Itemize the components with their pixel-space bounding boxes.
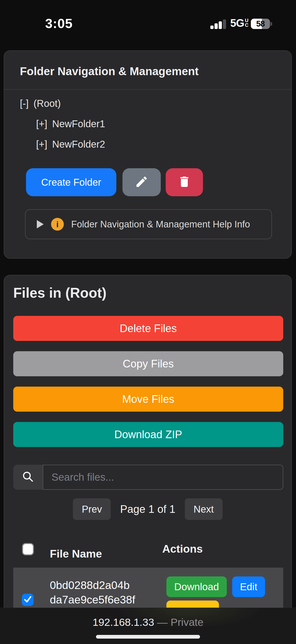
pencil-icon: [135, 175, 148, 190]
address-bar[interactable]: 192.168.1.33 — Private: [0, 616, 296, 628]
file-search-bar: [13, 465, 283, 490]
battery-icon: 58: [251, 19, 270, 29]
status-time: 3:05: [37, 16, 81, 31]
tree-folder-label[interactable]: NewFolder2: [52, 139, 105, 150]
files-card: Files in (Root) Delete Files Copy Files …: [4, 275, 292, 614]
tree-toggle-collapse[interactable]: [-]: [20, 98, 29, 109]
network-type-indicator: 5G U C: [230, 18, 248, 28]
url-text: 192.168.1.33: [92, 616, 154, 628]
checkmark-icon: [23, 594, 33, 605]
edit-file-button[interactable]: Edit: [232, 576, 265, 597]
folder-actions-row: Create Folder: [4, 168, 291, 196]
trash-icon: [177, 175, 191, 190]
download-file-button[interactable]: Download: [166, 576, 227, 597]
cellular-signal-icon: [210, 19, 226, 29]
download-zip-button[interactable]: Download ZIP: [13, 422, 283, 447]
actions-column-header: Actions: [162, 542, 203, 555]
tree-toggle-expand[interactable]: [+]: [36, 118, 47, 130]
file-name-cell: 0bd0288d2a04b da7ae9ce5f6e38f: [50, 578, 135, 607]
search-icon: [21, 470, 35, 484]
search-button[interactable]: [13, 465, 43, 490]
tree-toggle-expand[interactable]: [+]: [36, 139, 47, 150]
tree-item-newfolder1[interactable]: [+] NewFolder1: [36, 118, 105, 130]
card-divider: [4, 89, 291, 90]
create-folder-button[interactable]: Create Folder: [26, 168, 116, 196]
battery-nub: [271, 22, 272, 26]
delete-folder-button[interactable]: [166, 168, 203, 196]
tree-folder-label[interactable]: NewFolder1: [52, 118, 105, 130]
delete-files-button[interactable]: Delete Files: [13, 316, 283, 341]
copy-files-button[interactable]: Copy Files: [13, 351, 283, 376]
folder-navigation-card: Folder Navigation & Management [-] (Root…: [4, 50, 292, 259]
browser-toolbar: 192.168.1.33 — Private: [0, 608, 296, 644]
select-all-checkbox[interactable]: [22, 543, 34, 555]
home-indicator[interactable]: [96, 635, 200, 638]
tree-item-root[interactable]: [-] (Root): [20, 98, 61, 109]
pagination: Prev Page 1 of 1 Next: [4, 498, 291, 520]
folder-card-title: Folder Navigation & Management: [20, 64, 199, 78]
url-separator: —: [157, 616, 168, 628]
file-name-column-header: File Name: [50, 548, 102, 560]
help-label: Folder Navigation & Management Help Info: [71, 219, 250, 230]
page-indicator: Page 1 of 1: [120, 503, 175, 515]
tree-folder-label[interactable]: (Root): [34, 98, 61, 109]
info-icon: i: [51, 218, 64, 231]
search-input[interactable]: [43, 465, 283, 490]
prev-page-button[interactable]: Prev: [73, 498, 111, 520]
files-card-title: Files in (Root): [13, 285, 106, 301]
network-band-label: U C: [245, 18, 248, 28]
move-files-button[interactable]: Move Files: [13, 386, 283, 412]
rename-folder-button[interactable]: [122, 168, 161, 196]
network-type-label: 5G: [230, 18, 244, 28]
triangle-right-icon[interactable]: [37, 220, 44, 228]
folder-help-disclosure[interactable]: i Folder Navigation & Management Help In…: [25, 209, 272, 239]
row-checkbox-checked[interactable]: [22, 594, 34, 606]
battery-percentage: 58: [251, 19, 270, 29]
iphone-screen: 3:05 5G U C 58 Folder Navigation & Manag…: [0, 0, 296, 644]
tree-item-newfolder2[interactable]: [+] NewFolder2: [36, 139, 105, 150]
private-mode-label: Private: [171, 616, 204, 628]
next-page-button[interactable]: Next: [185, 498, 223, 520]
